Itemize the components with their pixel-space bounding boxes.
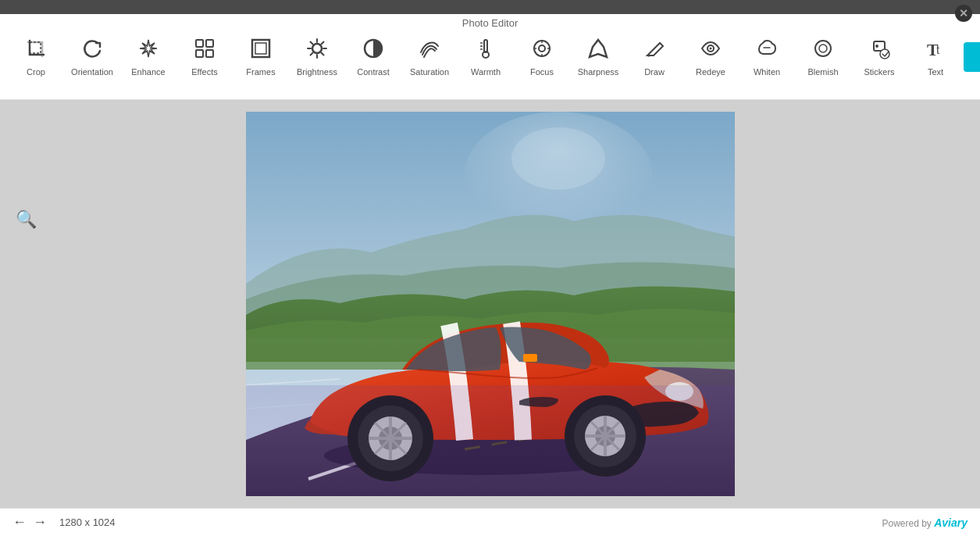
- svg-rect-62: [246, 385, 735, 496]
- tool-effects[interactable]: Effects: [176, 30, 233, 83]
- tool-redeye[interactable]: Redeye: [682, 30, 739, 83]
- close-button[interactable]: ✕: [955, 5, 972, 22]
- orientation-label: Orientation: [71, 67, 113, 77]
- svg-point-42: [511, 127, 605, 190]
- tool-group: CropOrientationEnhanceEffectsFramesBrigh…: [8, 30, 964, 83]
- svg-rect-4: [206, 50, 213, 57]
- editor-title: Photo Editor: [462, 17, 519, 29]
- tool-brightness[interactable]: Brightness: [289, 30, 345, 83]
- brightness-icon: [305, 37, 329, 64]
- tool-saturation[interactable]: Saturation: [401, 30, 458, 83]
- tool-contrast[interactable]: Contrast: [345, 30, 401, 83]
- crop-icon: [24, 37, 48, 64]
- svg-rect-17: [484, 40, 487, 52]
- enhance-label: Enhance: [131, 67, 165, 77]
- effects-label: Effects: [191, 67, 217, 77]
- svg-rect-61: [523, 354, 537, 362]
- blemish-icon: [811, 37, 835, 64]
- tool-focus[interactable]: Focus: [514, 30, 570, 83]
- draw-icon: [643, 37, 666, 64]
- close-icon: ✕: [959, 7, 968, 20]
- redeye-icon: [699, 37, 722, 64]
- frames-label: Frames: [246, 67, 275, 77]
- whiten-label: Whiten: [754, 67, 780, 77]
- focus-icon: [530, 37, 554, 64]
- svg-rect-0: [30, 42, 41, 53]
- enhance-icon: [137, 37, 160, 64]
- svg-line-12: [311, 42, 313, 45]
- redeye-label: Redeye: [696, 67, 725, 77]
- svg-point-36: [880, 49, 889, 59]
- orientation-icon: [80, 37, 104, 64]
- tool-stickers[interactable]: Stickers: [851, 30, 907, 83]
- stickers-icon: [868, 37, 891, 64]
- crop-label: Crop: [27, 67, 45, 77]
- svg-point-33: [815, 41, 831, 56]
- redo-button[interactable]: →: [33, 514, 47, 531]
- text-label: Text: [928, 67, 943, 77]
- svg-line-15: [311, 53, 313, 55]
- brightness-label: Brightness: [297, 67, 337, 77]
- svg-point-7: [312, 44, 322, 53]
- powered-by-text: Powered by: [882, 518, 931, 529]
- photo-canvas: [246, 112, 735, 496]
- svg-line-13: [322, 53, 324, 55]
- tool-sharpness[interactable]: Sharpness: [570, 30, 626, 83]
- contrast-label: Contrast: [357, 67, 390, 77]
- warmth-icon: [474, 37, 497, 64]
- image-dimensions: 1280 x 1024: [59, 516, 116, 528]
- tool-text[interactable]: TtText: [907, 30, 964, 83]
- svg-rect-1: [196, 40, 203, 47]
- saturation-label: Saturation: [410, 67, 449, 77]
- undo-button[interactable]: ←: [12, 514, 27, 531]
- zoom-icon[interactable]: 🔍: [16, 209, 37, 230]
- tool-crop[interactable]: Crop: [8, 30, 64, 83]
- frames-icon: [249, 37, 273, 64]
- tool-frames[interactable]: Frames: [233, 30, 289, 83]
- stickers-label: Stickers: [864, 67, 894, 77]
- tool-blemish[interactable]: Blemish: [795, 30, 851, 83]
- draw-label: Draw: [644, 67, 665, 77]
- sharpness-label: Sharpness: [578, 67, 619, 77]
- aviary-brand: Aviary: [934, 516, 968, 529]
- tool-orientation[interactable]: Orientation: [64, 30, 120, 83]
- svg-line-14: [322, 42, 324, 45]
- warmth-label: Warmth: [471, 67, 501, 77]
- tool-warmth[interactable]: Warmth: [458, 30, 514, 83]
- svg-point-37: [875, 45, 878, 48]
- svg-rect-2: [206, 40, 213, 47]
- focus-label: Focus: [530, 67, 554, 77]
- top-bar: [0, 0, 980, 14]
- whiten-icon: [755, 37, 779, 64]
- svg-rect-6: [255, 43, 266, 54]
- sharpness-icon: [586, 37, 610, 64]
- tool-draw[interactable]: Draw: [626, 30, 682, 83]
- blemish-label: Blemish: [807, 67, 838, 77]
- tool-whiten[interactable]: Whiten: [739, 30, 795, 83]
- effects-icon: [193, 37, 216, 64]
- saturation-icon: [418, 37, 441, 64]
- tool-enhance[interactable]: Enhance: [120, 30, 176, 83]
- text-icon: Tt: [924, 37, 947, 64]
- svg-marker-28: [590, 40, 607, 57]
- save-button[interactable]: Save: [964, 42, 980, 72]
- powered-by-label: Powered by Aviary: [882, 516, 968, 529]
- contrast-icon: [362, 37, 385, 64]
- svg-point-31: [710, 48, 712, 50]
- svg-rect-3: [196, 50, 203, 57]
- svg-text:t: t: [936, 43, 940, 56]
- canvas-area: 🔍: [0, 100, 980, 508]
- svg-point-23: [539, 45, 545, 52]
- svg-point-34: [819, 45, 827, 52]
- bottom-bar: ← → 1280 x 1024 Powered by Aviary: [0, 508, 980, 536]
